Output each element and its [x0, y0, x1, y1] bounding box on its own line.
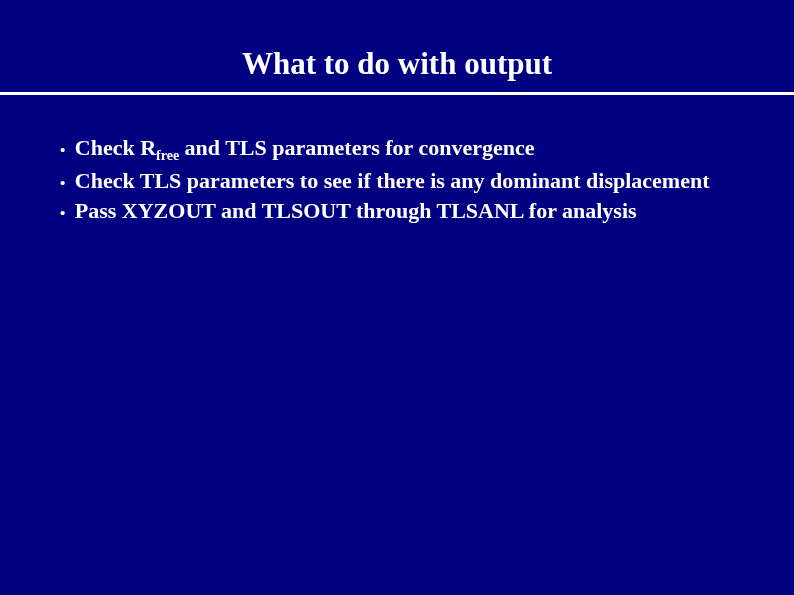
bullet-dot-icon: • — [60, 175, 65, 191]
bullet-dot-icon: • — [60, 142, 65, 158]
bullet-1-text-post: and TLS parameters for convergence — [179, 135, 534, 160]
bullet-3-text: Pass XYZOUT and TLSOUT through TLSANL fo… — [75, 198, 637, 223]
bullet-item-1: • Check Rfree and TLS parameters for con… — [60, 135, 535, 160]
bullet-2-text: Check TLS parameters to see if there is … — [75, 168, 710, 193]
slide-container: What to do with output • Check Rfree and… — [0, 0, 794, 595]
slide-content: • Check Rfree and TLS parameters for con… — [0, 95, 794, 226]
bullet-item-2: • Check TLS parameters to see if there i… — [60, 168, 709, 193]
bullet-dot-icon: • — [60, 205, 65, 221]
slide-title: What to do with output — [0, 0, 794, 92]
bullet-item-3: • Pass XYZOUT and TLSOUT through TLSANL … — [60, 198, 637, 223]
bullet-1-subscript: free — [156, 148, 179, 163]
bullet-1-text-pre: Check R — [75, 135, 156, 160]
